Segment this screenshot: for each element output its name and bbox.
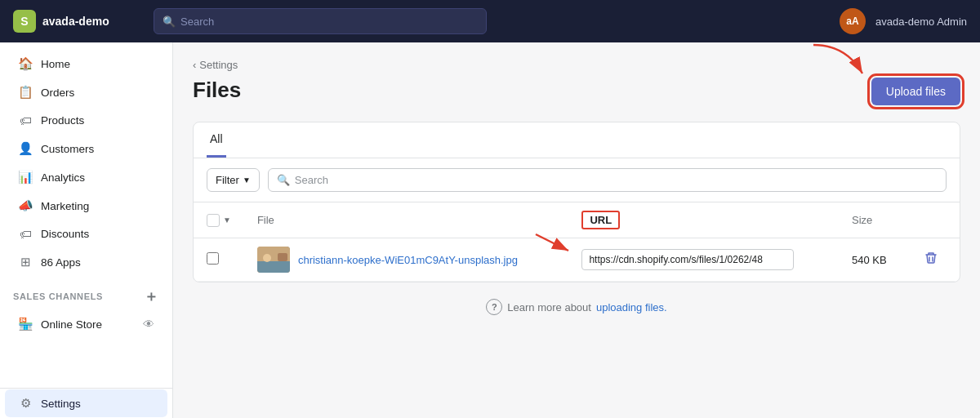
- upload-files-button[interactable]: Upload files: [871, 78, 960, 105]
- file-link[interactable]: christiann-koepke-WiE01mC9AtY-unsplash.j…: [298, 254, 518, 266]
- products-icon: 🏷: [18, 113, 33, 127]
- card-toolbar: Filter ▼ 🔍: [194, 158, 960, 202]
- files-card: All Filter ▼ 🔍: [193, 122, 960, 282]
- sidebar-label-discounts: Discounts: [41, 228, 89, 240]
- svg-rect-4: [278, 253, 287, 261]
- help-footer: ? Learn more about uploading files.: [193, 282, 960, 331]
- files-search-bar[interactable]: 🔍: [268, 168, 947, 192]
- sidebar-label-marketing: Marketing: [41, 200, 89, 212]
- sidebar-item-orders[interactable]: 📋 Orders: [5, 78, 167, 106]
- settings-icon: ⚙: [18, 396, 33, 411]
- sidebar-item-customers[interactable]: 👤 Customers: [5, 135, 167, 162]
- trash-icon: [924, 251, 938, 265]
- table-row: christiann-koepke-WiE01mC9AtY-unsplash.j…: [194, 238, 960, 282]
- apps-icon: ⊞: [18, 255, 33, 269]
- red-arrow-url-annotation: [528, 230, 577, 263]
- sidebar-label-customers: Customers: [41, 143, 94, 155]
- sidebar-label-apps: 86 Apps: [41, 256, 81, 269]
- brand-logo[interactable]: S avada-demo: [13, 10, 144, 33]
- customers-icon: 👤: [18, 141, 33, 156]
- col-header-file: File: [244, 202, 569, 238]
- analytics-icon: 📊: [18, 170, 33, 185]
- svg-rect-2: [257, 261, 290, 273]
- sidebar-item-online-store[interactable]: 🏪 Online Store 👁: [5, 310, 167, 338]
- sidebar-item-analytics[interactable]: 📊 Analytics: [5, 163, 167, 191]
- orders-icon: 📋: [18, 85, 33, 100]
- col-header-actions: [908, 202, 960, 238]
- help-text: Learn more about: [507, 301, 591, 314]
- filter-chevron-icon: ▼: [243, 176, 251, 185]
- sidebar-item-products[interactable]: 🏷 Products: [5, 107, 167, 134]
- eye-icon[interactable]: 👁: [143, 318, 154, 331]
- col-header-url: URL: [568, 202, 839, 238]
- search-icon: 🔍: [163, 16, 176, 28]
- sidebar-item-discounts[interactable]: 🏷 Discounts: [5, 220, 167, 247]
- red-arrow-annotation: [805, 42, 871, 86]
- breadcrumb-chevron: ‹: [193, 59, 196, 71]
- shopify-icon: S: [13, 10, 36, 33]
- url-input[interactable]: [581, 249, 794, 270]
- sales-channels-header: SALES CHANNELS ＋: [0, 277, 172, 309]
- row-checkbox[interactable]: [207, 252, 219, 265]
- filter-button[interactable]: Filter ▼: [207, 168, 260, 192]
- top-navigation: S avada-demo 🔍 aA avada-demo Admin: [0, 0, 980, 42]
- help-icon: ?: [486, 299, 502, 315]
- page-title: Files: [193, 78, 241, 103]
- online-store-label: Online Store: [41, 318, 102, 331]
- sidebar: 🏠 Home 📋 Orders 🏷 Products 👤 Customers 📊…: [0, 42, 173, 418]
- brand-name: avada-demo: [42, 15, 109, 28]
- files-table: ▼ File URL Size: [194, 202, 960, 282]
- file-name-cell: christiann-koepke-WiE01mC9AtY-unsplash.j…: [257, 247, 556, 273]
- discounts-icon: 🏷: [18, 227, 33, 241]
- checkbox-chevron-icon[interactable]: ▼: [223, 216, 231, 225]
- tab-all[interactable]: All: [207, 122, 226, 158]
- file-thumbnail: [257, 247, 290, 273]
- breadcrumb-label: Settings: [199, 59, 238, 71]
- username-label: avada-demo Admin: [875, 16, 967, 28]
- main-content: ‹ Settings Files Upload files: [173, 42, 980, 418]
- home-icon: 🏠: [18, 56, 33, 71]
- files-search-input[interactable]: [295, 174, 938, 186]
- sidebar-label-settings: Settings: [41, 398, 81, 410]
- add-sales-channel-button[interactable]: ＋: [144, 287, 159, 306]
- url-cell: [568, 238, 839, 282]
- sidebar-item-settings[interactable]: ⚙ Settings: [5, 389, 167, 417]
- marketing-icon: 📣: [18, 198, 33, 213]
- select-all-checkbox[interactable]: [207, 214, 220, 227]
- col-header-size: Size: [839, 202, 908, 238]
- file-size: 540 KB: [839, 238, 908, 282]
- search-input[interactable]: [180, 16, 478, 28]
- sidebar-item-marketing[interactable]: 📣 Marketing: [5, 192, 167, 220]
- sidebar-label-analytics: Analytics: [41, 171, 85, 184]
- avatar[interactable]: aA: [840, 8, 866, 34]
- sidebar-label-home: Home: [41, 58, 70, 70]
- online-store-icon: 🏪: [18, 317, 33, 331]
- sidebar-label-products: Products: [41, 114, 84, 127]
- sidebar-item-home[interactable]: 🏠 Home: [5, 50, 167, 78]
- help-link[interactable]: uploading files.: [596, 301, 667, 314]
- sidebar-label-orders: Orders: [41, 87, 74, 99]
- svg-point-3: [263, 254, 271, 262]
- tab-bar: All: [194, 122, 960, 158]
- delete-file-button[interactable]: [921, 248, 941, 271]
- search-icon: 🔍: [277, 174, 290, 186]
- sidebar-item-apps[interactable]: ⊞ 86 Apps: [5, 248, 167, 276]
- filter-label: Filter: [216, 174, 239, 186]
- search-bar[interactable]: 🔍: [154, 8, 487, 34]
